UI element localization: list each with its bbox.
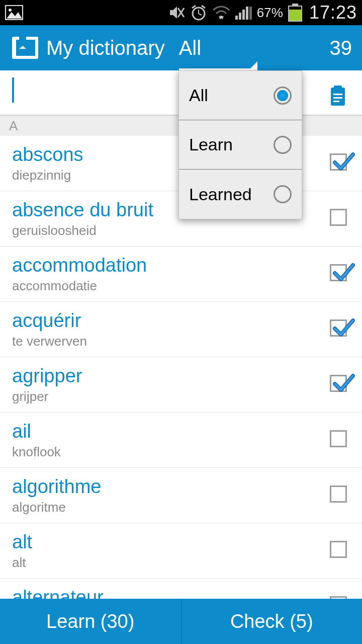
dropdown-option[interactable]: Learn — [179, 120, 302, 170]
wifi-icon — [212, 5, 230, 20]
list-item[interactable]: acquérirte verwerven — [0, 302, 362, 357]
status-bar: 67% 17:23 — [0, 0, 362, 25]
list-item[interactable]: ailknoflook — [0, 413, 362, 468]
word-translation: geruisloosheid — [12, 223, 330, 238]
list-item[interactable]: agrippergrijper — [0, 357, 362, 413]
alarm-icon — [190, 4, 207, 21]
check-button[interactable]: Check (5) — [182, 599, 363, 644]
learn-button[interactable]: Learn (30) — [0, 599, 181, 644]
dropdown-option-label: Learn — [189, 135, 233, 154]
filter-dropdown: AllLearnLearned — [178, 70, 302, 219]
list-item[interactable]: altalt — [0, 523, 362, 579]
word-term: alt — [12, 531, 330, 553]
word-checkbox[interactable] — [330, 264, 350, 284]
word-checkbox[interactable] — [330, 209, 350, 229]
svg-line-6 — [199, 14, 202, 15]
word-term: ail — [12, 421, 330, 442]
dropdown-option-label: Learned — [189, 185, 252, 204]
word-term: algorithme — [12, 476, 330, 498]
list-item[interactable]: algorithmealgoritme — [0, 468, 362, 523]
word-checkbox[interactable] — [330, 486, 350, 506]
battery-icon — [288, 4, 302, 22]
filter-spinner[interactable]: All — [179, 25, 261, 70]
svg-rect-14 — [334, 86, 342, 91]
clock-time: 17:23 — [309, 2, 357, 23]
word-checkbox[interactable] — [330, 430, 350, 450]
clipboard-icon[interactable] — [326, 84, 350, 108]
radio-icon — [274, 185, 292, 203]
dropdown-option-label: All — [189, 86, 208, 105]
svg-point-1 — [9, 9, 12, 12]
bottom-bar: Learn (30) Check (5) — [0, 599, 362, 644]
battery-percent: 67% — [257, 5, 283, 21]
word-translation: accommodatie — [12, 278, 330, 294]
svg-line-7 — [192, 6, 196, 8]
section-letter: A — [9, 118, 18, 134]
word-count: 39 — [330, 37, 352, 59]
radio-icon — [274, 87, 292, 105]
filter-spinner-label: All — [179, 37, 201, 59]
word-checkbox[interactable] — [330, 319, 350, 340]
word-checkbox[interactable] — [330, 375, 350, 395]
word-translation: alt — [12, 555, 330, 571]
word-translation: te verwerven — [12, 334, 330, 349]
radio-icon — [274, 136, 292, 154]
svg-rect-17 — [333, 101, 339, 102]
word-translation: algoritme — [12, 500, 330, 515]
list-item[interactable]: accommodationaccommodatie — [0, 247, 362, 302]
dropdown-option[interactable]: Learned — [179, 170, 302, 219]
word-checkbox[interactable] — [330, 153, 350, 174]
svg-line-8 — [202, 6, 205, 8]
text-cursor — [12, 77, 14, 103]
word-checkbox[interactable] — [330, 541, 350, 561]
word-term: accommodation — [12, 255, 330, 276]
dropdown-option[interactable]: All — [179, 71, 302, 120]
app-title: My dictionary — [46, 37, 165, 59]
gallery-icon — [5, 5, 23, 20]
signal-icon — [235, 6, 252, 20]
word-translation: grijper — [12, 389, 330, 405]
app-bar: My dictionary All 39 — [0, 25, 362, 70]
word-term: agripper — [12, 365, 330, 387]
word-term: acquérir — [12, 310, 330, 332]
svg-rect-15 — [333, 94, 342, 95]
svg-rect-16 — [333, 97, 342, 99]
mute-icon — [168, 4, 185, 21]
app-logo-icon[interactable] — [10, 33, 40, 63]
word-translation: knoflook — [12, 444, 330, 460]
